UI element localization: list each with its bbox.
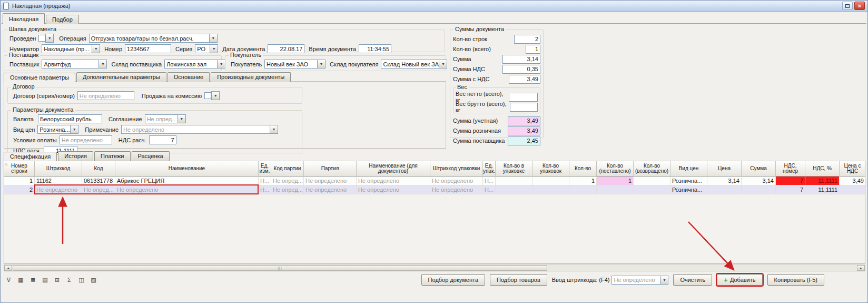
grid-cell[interactable]: Не определено <box>430 177 483 185</box>
barcode-entry-input[interactable]: Не определено <box>611 276 660 285</box>
note-dropdown-button[interactable]: ▾ <box>270 125 278 134</box>
grid-cell[interactable] <box>532 185 569 194</box>
gross-weight-field[interactable] <box>510 103 538 112</box>
column-header[interactable]: Вид цен <box>670 161 707 177</box>
supplier-field[interactable]: Арвитфуд ▾ <box>42 60 107 69</box>
grid-cell[interactable] <box>496 177 532 185</box>
grid-cell[interactable]: 1 <box>569 177 597 185</box>
number-input[interactable]: 1234567 <box>125 44 171 53</box>
column-header[interactable]: Штрихкод упаковки <box>430 161 483 177</box>
note-input[interactable]: Не определено <box>121 125 270 134</box>
grid-cell[interactable]: Не определено <box>357 185 430 194</box>
numerator-input[interactable]: Накладные (пр... <box>42 44 92 53</box>
scroll-right-button[interactable]: ► <box>857 265 865 271</box>
copy-button[interactable]: Копировать (F5) <box>767 274 824 286</box>
commission-checkbox[interactable] <box>204 92 211 99</box>
retail-sum-field[interactable]: 3,49 <box>508 126 540 135</box>
column-header[interactable]: Кол-во (возвращено) <box>634 161 670 177</box>
column-header[interactable]: Штрихкод <box>35 161 82 177</box>
column-header[interactable]: Наименование (для документов) <box>357 161 430 177</box>
list-numbering-icon[interactable]: ≣ <box>28 275 38 285</box>
column-header[interactable]: △Номер строки <box>4 161 35 177</box>
grid-view-icon[interactable]: ▦ <box>16 275 26 285</box>
date-input[interactable]: 22.08.17 <box>268 44 304 53</box>
barcode-dropdown-button[interactable]: ▾ <box>660 276 668 285</box>
grid-cell[interactable]: 11,1111 <box>805 177 840 185</box>
time-input[interactable]: 11:34:55 <box>359 44 391 53</box>
tab-derived-docs[interactable]: Производные документы <box>211 72 291 82</box>
row-group-icon[interactable]: ▤ <box>40 275 50 285</box>
series-input[interactable]: РО <box>195 44 210 53</box>
column-header[interactable]: Ед. упак. <box>483 161 496 177</box>
scroll-left-button[interactable]: ◄ <box>4 265 12 271</box>
column-header[interactable]: Партия <box>304 161 357 177</box>
tab-payments[interactable]: Платежи <box>94 151 131 161</box>
supplier-warehouse-input[interactable]: Ложинская зал <box>164 60 217 69</box>
horizontal-scrollbar[interactable]: ◄ ||| ► <box>4 265 865 271</box>
tab-main-params[interactable]: Основные параметры <box>4 73 75 82</box>
grid-cell[interactable] <box>840 185 865 194</box>
table-row[interactable]: 111162061331778Абрикос ГРЕЦИЯН...Не опре… <box>4 177 865 185</box>
price-type-input[interactable]: Рознична... <box>37 125 70 134</box>
buyer-warehouse-field[interactable]: Склад Новый век ЗАО ▾ <box>381 60 447 69</box>
grid-cell[interactable]: Не определено <box>304 177 357 185</box>
payment-terms-input[interactable]: Не определено <box>60 135 112 144</box>
sum-with-vat-field[interactable]: 3,49 <box>509 75 540 84</box>
note-field[interactable]: Не определено ▾ <box>121 125 278 134</box>
clear-button[interactable]: Очистить <box>673 274 712 286</box>
grid-cell[interactable]: 1 <box>4 177 35 185</box>
grid-cell[interactable]: Не определено <box>115 185 259 194</box>
grid-cell[interactable] <box>597 185 634 194</box>
column-header[interactable]: Цена <box>707 161 742 177</box>
grid-cell[interactable]: Не определено <box>304 185 357 194</box>
grid-cell[interactable] <box>634 185 670 194</box>
numerator-field[interactable]: Накладные (пр... ▾ <box>42 44 100 53</box>
maximize-button[interactable] <box>842 2 853 10</box>
currency-input[interactable]: Белорусский рубль <box>38 114 102 123</box>
column-header[interactable]: Цена с НДС <box>840 161 865 177</box>
grid-cell[interactable]: Не опред... <box>82 185 115 194</box>
sum-icon[interactable]: Σ <box>64 275 74 285</box>
grid-cell[interactable]: Н... <box>259 185 271 194</box>
grid-cell[interactable]: 1 <box>597 177 634 185</box>
operation-field[interactable]: Отгрузка товара/тары по безнал.расч. ▾ <box>89 34 218 43</box>
price-type-dropdown-button[interactable]: ▾ <box>70 125 78 134</box>
supplier-warehouse-dropdown-button[interactable]: ▾ <box>217 60 225 69</box>
column-header[interactable]: Кол-во <box>569 161 597 177</box>
tab-basis[interactable]: Основание <box>167 72 210 82</box>
commission-dropdown-button[interactable]: ▾ <box>211 91 220 100</box>
qty-total-field[interactable]: 1 <box>526 45 540 54</box>
close-button[interactable]: ✕ <box>854 2 865 10</box>
vat-sum-field[interactable]: 0,35 <box>502 65 540 74</box>
rows-count-field[interactable]: 2 <box>514 35 540 44</box>
grid-cell[interactable]: Абрикос ГРЕЦИЯ <box>115 177 259 185</box>
grid-cell[interactable]: Н... <box>483 185 496 194</box>
grid-cell[interactable] <box>496 185 532 194</box>
tab-history[interactable]: История <box>58 151 93 161</box>
tab-pricing[interactable]: Расценка <box>132 151 170 161</box>
buyer-warehouse-input[interactable]: Склад Новый век ЗАО <box>381 60 439 69</box>
table-settings-icon[interactable]: ▨ <box>88 275 98 285</box>
net-weight-field[interactable] <box>509 93 538 102</box>
grid-cell[interactable]: Не определено <box>357 177 430 185</box>
grid-cell[interactable] <box>532 177 569 185</box>
scrollbar-track[interactable]: ||| <box>12 265 857 271</box>
agreement-input[interactable]: Не опред... <box>145 114 177 123</box>
grid-cell[interactable]: 7 <box>776 185 805 194</box>
grid-cell[interactable]: 2 <box>4 185 35 194</box>
tab-specification[interactable]: Спецификация <box>4 152 57 161</box>
supplier-sum-field[interactable]: 2,45 <box>508 136 540 145</box>
sum-field[interactable]: 3,14 <box>502 55 540 64</box>
export-grid-icon[interactable]: ⊞ <box>52 275 62 285</box>
grid-cell[interactable]: Не опред... <box>271 177 304 185</box>
grid-cell[interactable] <box>707 185 742 194</box>
column-header[interactable]: Код партии <box>271 161 304 177</box>
posted-checkbox[interactable] <box>38 35 45 42</box>
scrollbar-thumb[interactable]: ||| <box>13 265 547 271</box>
grid-cell[interactable]: 7 <box>776 177 805 185</box>
price-type-field[interactable]: Рознична... ▾ <box>37 125 78 134</box>
buyer-input[interactable]: Новый век ЗАО <box>264 60 317 69</box>
supplier-warehouse-field[interactable]: Ложинская зал ▾ <box>164 60 225 69</box>
excel-export-icon[interactable]: ◫ <box>76 275 86 285</box>
series-field[interactable]: РО ▾ <box>195 44 218 53</box>
